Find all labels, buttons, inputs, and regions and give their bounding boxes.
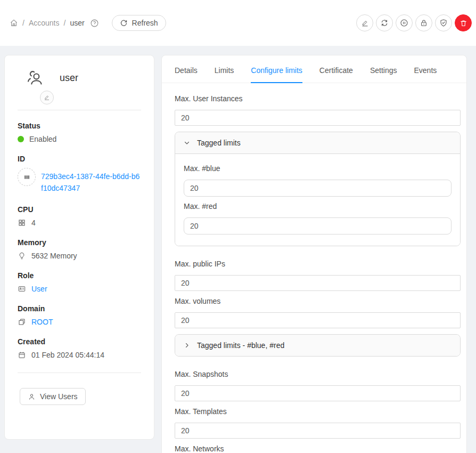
created-value-row: 01 Feb 2024 05:44:14 <box>18 351 141 359</box>
delete-account-button[interactable] <box>455 14 472 31</box>
memory-section: Memory 5632 Memory <box>18 238 141 260</box>
update-resource-button[interactable] <box>376 14 393 31</box>
divider <box>18 110 141 110</box>
chevron-down-icon <box>184 140 190 146</box>
created-value: 01 Feb 2024 05:44:14 <box>31 351 104 359</box>
cpu-label: CPU <box>18 205 141 214</box>
max-volumes-label: Max. volumes <box>175 297 461 305</box>
max-networks-label: Max. Networks <box>175 444 461 453</box>
edit-icon <box>361 19 369 27</box>
tagged-limits-panel: Tagged limits Max. #blue Max. #red <box>175 132 461 246</box>
max-public-ips-input[interactable] <box>175 275 461 291</box>
lock-icon <box>420 19 428 27</box>
question-circle-icon[interactable] <box>90 19 99 28</box>
tagged-limits-collapsed-panel: Tagged limits - #blue, #red <box>175 334 461 357</box>
cpu-value-row: 4 <box>18 219 141 227</box>
user-icon <box>28 393 36 401</box>
edit-button[interactable] <box>356 14 373 31</box>
disable-account-button[interactable] <box>396 14 413 31</box>
bulb-icon <box>18 252 26 260</box>
action-toolbar <box>356 14 472 31</box>
idcard-icon <box>18 285 26 293</box>
page-content: user Status Enabled ID 729b3ec4-1387-44f… <box>0 46 476 453</box>
configure-limits-form: Max. User Instances Tagged limits Max. #… <box>162 83 466 453</box>
max-templates-input[interactable] <box>175 423 461 439</box>
cpu-value: 4 <box>31 219 36 227</box>
breadcrumb-separator: / <box>63 19 65 27</box>
chevron-right-icon <box>184 342 190 349</box>
calendar-icon <box>18 351 26 359</box>
max-blue-input[interactable] <box>184 180 452 197</box>
resource-sidebar-card: user Status Enabled ID 729b3ec4-1387-44f… <box>4 55 154 440</box>
domain-section: Domain ROOT <box>18 304 141 326</box>
lock-button[interactable] <box>415 14 432 31</box>
role-value-row: User <box>18 285 141 293</box>
memory-value-row: 5632 Memory <box>18 252 141 260</box>
memory-label: Memory <box>18 238 141 247</box>
status-label: Status <box>18 122 141 130</box>
status-value: Enabled <box>29 135 56 143</box>
memory-value: 5632 Memory <box>31 252 77 260</box>
created-section: Created 01 Feb 2024 05:44:14 <box>18 337 141 359</box>
domain-value-row: ROOT <box>18 318 141 326</box>
max-user-instances-label: Max. User Instances <box>175 94 461 103</box>
view-users-button[interactable]: View Users <box>20 388 86 405</box>
top-bar: / Accounts / user Refresh <box>0 0 476 46</box>
breadcrumb-accounts[interactable]: Accounts <box>29 19 60 27</box>
status-value-row: Enabled <box>18 135 141 143</box>
divider <box>18 373 141 373</box>
tab-settings[interactable]: Settings <box>370 66 397 83</box>
max-snapshots-label: Max. Snapshots <box>175 370 461 378</box>
reload-icon <box>120 19 128 27</box>
sync-icon <box>380 19 389 27</box>
role-section: Role User <box>18 271 141 293</box>
max-templates-label: Max. Templates <box>175 407 461 416</box>
tab-details[interactable]: Details <box>175 66 198 83</box>
max-red-label: Max. #red <box>184 202 452 211</box>
view-users-label: View Users <box>40 392 78 401</box>
certificate-button[interactable] <box>435 14 452 31</box>
breadcrumb-separator: / <box>22 19 24 27</box>
tab-configure-limits[interactable]: Configure limits <box>251 66 302 83</box>
refresh-button[interactable]: Refresh <box>112 15 166 31</box>
barcode-icon <box>18 168 36 186</box>
appstore-icon <box>18 219 26 227</box>
id-label: ID <box>18 155 141 163</box>
status-section: Status Enabled <box>18 122 141 143</box>
role-label: Role <box>18 271 141 280</box>
role-link[interactable]: User <box>31 285 47 293</box>
id-section: ID 729b3ec4-1387-44fe-b6dd-b6f10dc47347 <box>18 155 141 194</box>
tagged-limits-panel-header[interactable]: Tagged limits <box>175 132 460 153</box>
max-red-input[interactable] <box>184 217 452 234</box>
home-icon[interactable] <box>10 19 18 27</box>
edit-avatar-button[interactable] <box>40 91 54 104</box>
max-user-instances-input[interactable] <box>175 110 461 126</box>
tab-limits[interactable]: Limits <box>215 66 234 83</box>
block-icon <box>18 318 26 326</box>
pencil-icon <box>44 94 50 101</box>
delete-icon <box>459 19 467 27</box>
breadcrumb-current: user <box>70 19 84 27</box>
resource-header: user <box>18 68 141 87</box>
tagged-limits-panel-title: Tagged limits <box>197 139 241 147</box>
max-volumes-input[interactable] <box>175 312 461 328</box>
tab-certificate[interactable]: Certificate <box>319 66 353 83</box>
id-value-row: 729b3ec4-1387-44fe-b6dd-b6f10dc47347 <box>18 168 141 194</box>
account-id-link[interactable]: 729b3ec4-1387-44fe-b6dd-b6f10dc47347 <box>41 171 141 194</box>
breadcrumb: / Accounts / user Refresh <box>10 15 166 31</box>
max-public-ips-label: Max. public IPs <box>175 260 461 268</box>
status-enabled-dot <box>18 136 24 142</box>
tagged-limits-panel-body: Max. #blue Max. #red <box>175 153 460 246</box>
max-snapshots-input[interactable] <box>175 385 461 401</box>
domain-link[interactable]: ROOT <box>31 318 53 326</box>
tab-events[interactable]: Events <box>414 66 437 83</box>
cpu-section: CPU 4 <box>18 205 141 227</box>
detail-card: Details Limits Configure limits Certific… <box>161 55 467 453</box>
domain-label: Domain <box>18 304 141 313</box>
tagged-limits-collapsed-panel-title: Tagged limits - #blue, #red <box>197 341 284 350</box>
refresh-button-label: Refresh <box>132 19 158 27</box>
tagged-limits-collapsed-panel-header[interactable]: Tagged limits - #blue, #red <box>175 335 460 356</box>
created-label: Created <box>18 337 141 346</box>
tab-bar: Details Limits Configure limits Certific… <box>162 55 466 83</box>
certificate-icon <box>439 19 448 27</box>
